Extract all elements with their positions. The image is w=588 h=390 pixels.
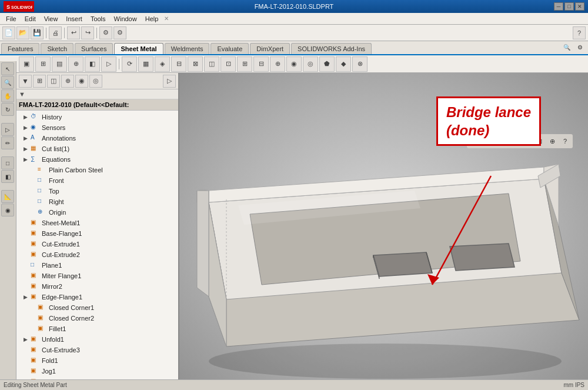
tab-addins[interactable]: SOLIDWORKS Add-Ins xyxy=(291,43,372,54)
vp-snap-icon[interactable]: ⊕ xyxy=(546,135,558,147)
tree-item-history[interactable]: ▶ ⏱ History xyxy=(16,112,178,122)
sm-tool-8[interactable]: ▦ xyxy=(138,56,153,72)
tab-evaluate[interactable]: Evaluate xyxy=(211,43,249,54)
sm-tool-11[interactable]: ⊠ xyxy=(188,56,203,72)
sm-tool-17[interactable]: ◉ xyxy=(286,56,302,72)
open-button[interactable]: 📂 xyxy=(16,26,29,39)
sm-tool-18[interactable]: ◎ xyxy=(303,56,318,72)
sm-tool-20[interactable]: ◆ xyxy=(336,56,351,72)
left-icon-sketch[interactable]: ✏ xyxy=(1,136,14,149)
sm-tool-4[interactable]: ⊕ xyxy=(68,56,83,72)
tree-item-right[interactable]: □ Right xyxy=(16,196,178,207)
vp-help-icon[interactable]: ? xyxy=(559,135,571,147)
sm-tool-13[interactable]: ⊡ xyxy=(220,56,236,72)
left-icon-rotate[interactable]: ↻ xyxy=(1,103,14,116)
tree-item-cutlist[interactable]: ▶ ▦ Cut list(1) xyxy=(16,144,178,154)
tree-item-unfold1[interactable]: ▶ ▣ Unfold1 xyxy=(16,334,178,345)
tree-item-edge-flange1[interactable]: ▶ ▣ Edge-Flange1 xyxy=(16,292,178,302)
rebuild-button[interactable]: ⚙ xyxy=(99,26,112,39)
maximize-button[interactable]: □ xyxy=(564,2,574,11)
tab-features[interactable]: Features xyxy=(1,43,39,54)
tree-tab-4[interactable]: ◉ xyxy=(75,75,88,88)
left-icon-select[interactable]: ▷ xyxy=(1,123,14,136)
left-icon-zoom[interactable]: 🔍 xyxy=(1,76,14,89)
sm-tool-14[interactable]: ⊞ xyxy=(237,56,252,72)
tree-item-sensors[interactable]: ▶ ◉ Sensors xyxy=(16,122,178,133)
tree-item-mirror2[interactable]: ▣ Mirror2 xyxy=(16,281,178,292)
tree-item-cut-extrude2[interactable]: ▣ Cut-Extrude2 xyxy=(16,249,178,260)
help-button[interactable]: ? xyxy=(573,26,586,39)
viewport[interactable]: Bridge lance (done) ↻ 🔍 ✋ □ ◈ ⊞ ⊕ ? xyxy=(179,73,588,390)
menu-edit[interactable]: Edit xyxy=(21,14,39,24)
sm-tool-12[interactable]: ◫ xyxy=(204,56,219,72)
tree-tab-5[interactable]: ◎ xyxy=(89,75,102,88)
tree-item-top[interactable]: □ Top xyxy=(16,186,178,196)
tab-weldments[interactable]: Weldments xyxy=(165,43,210,54)
sm-tool-3[interactable]: ▤ xyxy=(52,56,67,72)
redo-button[interactable]: ↪ xyxy=(81,26,94,39)
options-button[interactable]: ⚙ xyxy=(113,26,126,39)
tree-item-fillet1[interactable]: ▣ Fillet1 xyxy=(16,324,178,334)
sm-tool-16[interactable]: ⊕ xyxy=(270,56,285,72)
tree-item-jog1[interactable]: ▣ Jog1 xyxy=(16,366,178,376)
tree-item-annotations[interactable]: ▶ A Annotations xyxy=(16,133,178,144)
left-icon-pan[interactable]: ✋ xyxy=(1,89,14,102)
sm-tool-6[interactable]: ▷ xyxy=(101,56,116,72)
tree-item-plane1[interactable]: □ Plane1 xyxy=(16,260,178,271)
tree-tab-3[interactable]: ⊕ xyxy=(61,75,74,88)
tree-tab-1[interactable]: ⊞ xyxy=(33,75,46,88)
toolbar-sep-3 xyxy=(96,28,97,38)
print-button[interactable]: 🖨 xyxy=(49,26,62,39)
settings-icon[interactable]: ⚙ xyxy=(574,41,586,53)
menu-tools[interactable]: Tools xyxy=(87,14,109,24)
tree-item-fold1[interactable]: ▣ Fold1 xyxy=(16,355,178,366)
undo-button[interactable]: ↩ xyxy=(67,26,80,39)
tree-tab-2[interactable]: ◫ xyxy=(47,75,60,88)
tree-item-material[interactable]: ≡ Plain Carbon Steel xyxy=(16,165,178,175)
close-button[interactable]: ✕ xyxy=(575,2,584,11)
tree-item-baseflange1[interactable]: ▣ Base-Flange1 xyxy=(16,228,178,239)
left-icon-view2[interactable]: ◧ xyxy=(1,170,14,183)
sm-tool-19[interactable]: ⬟ xyxy=(319,56,335,72)
sm-tool-9[interactable]: ◈ xyxy=(155,56,170,72)
tree-item-front[interactable]: □ Front xyxy=(16,175,178,186)
tree-item-origin[interactable]: ⊕ Origin xyxy=(16,207,178,218)
tree-item-cut-extrude1[interactable]: ▣ Cut-Extrude1 xyxy=(16,239,178,249)
left-icon-view1[interactable]: □ xyxy=(1,156,14,169)
tree-expand-icon[interactable]: ▷ xyxy=(163,75,176,88)
sm-tool-5[interactable]: ◧ xyxy=(85,56,100,72)
tree-item-miter-flange1[interactable]: ▣ Miter Flange1 xyxy=(16,271,178,281)
left-icon-measure[interactable]: 📐 xyxy=(1,190,14,203)
sm-tool-1[interactable]: ▣ xyxy=(19,56,34,72)
menu-view[interactable]: View xyxy=(41,14,62,24)
search-icon[interactable]: 🔍 xyxy=(561,41,573,53)
tree-item-sheetmetal1[interactable]: ▣ Sheet-Metal1 xyxy=(16,218,178,228)
sm-tool-2[interactable]: ⊞ xyxy=(35,56,51,72)
menu-help[interactable]: Help xyxy=(142,14,162,24)
menu-insert[interactable]: Insert xyxy=(62,14,86,24)
sm-tool-7[interactable]: ⟳ xyxy=(122,56,137,72)
annotation-box: Bridge lance (done) xyxy=(436,96,541,146)
tab-surfaces[interactable]: Surfaces xyxy=(75,43,113,54)
left-icon-mouse[interactable]: ↖ xyxy=(1,73,14,75)
tab-sketch[interactable]: Sketch xyxy=(41,43,74,54)
left-icon-display[interactable]: ◉ xyxy=(1,204,14,216)
tree-item-equations[interactable]: ▶ ∑ Equations xyxy=(16,154,178,165)
sm-tool-21[interactable]: ⊗ xyxy=(352,56,368,72)
feature-tree[interactable]: ▶ ⏱ History ▶ ◉ Sensors ▶ A Annotations … xyxy=(16,111,178,390)
tree-item-cut-extrude3[interactable]: ▣ Cut-Extrude3 xyxy=(16,345,178,355)
new-button[interactable]: 📄 xyxy=(2,26,15,39)
tab-dimxpert[interactable]: DimXpert xyxy=(250,43,290,54)
menu-window[interactable]: Window xyxy=(111,14,141,24)
tab-sheet-metal[interactable]: Sheet Metal xyxy=(114,43,163,54)
title-bar-controls[interactable]: ─ □ ✕ xyxy=(554,2,584,11)
save-button[interactable]: 💾 xyxy=(31,26,44,39)
minimize-button[interactable]: ─ xyxy=(554,2,563,11)
sm-tool-10[interactable]: ⊟ xyxy=(171,56,186,72)
sm-tool-15[interactable]: ⊟ xyxy=(253,56,269,72)
tree-toolbar: ▼ ⊞ ◫ ⊕ ◉ ◎ ▷ xyxy=(16,73,178,89)
tree-item-closed-corner2[interactable]: ▣ Closed Corner2 xyxy=(16,313,178,324)
menu-file[interactable]: File xyxy=(2,14,20,24)
tree-filter-icon[interactable]: ▼ xyxy=(19,75,32,88)
tree-item-closed-corner1[interactable]: ▣ Closed Corner1 xyxy=(16,302,178,313)
